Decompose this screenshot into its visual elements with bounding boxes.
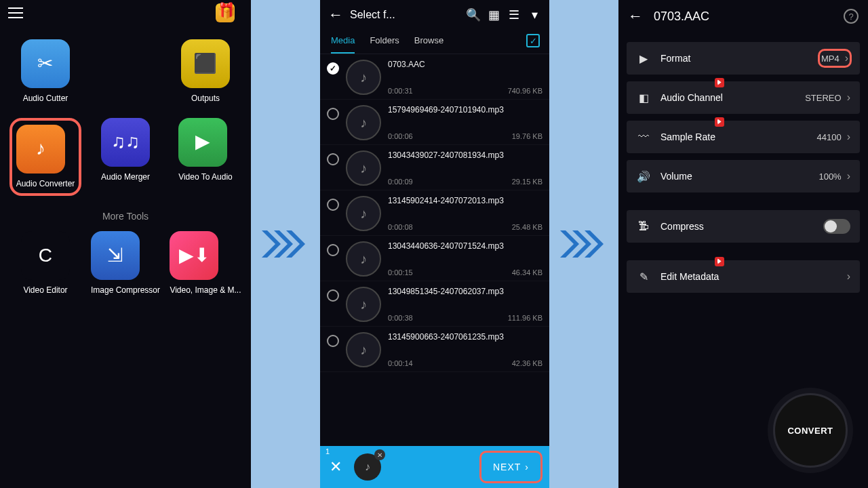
metadata-row[interactable]: ✎ Edit Metadata › xyxy=(627,260,860,293)
radio-icon[interactable] xyxy=(327,153,339,165)
file-size: 111.96 KB xyxy=(508,314,542,322)
file-header-title: Select f... xyxy=(350,9,460,21)
next-label: NEXT xyxy=(493,462,521,472)
grid-view-icon[interactable]: ▦ xyxy=(487,8,500,22)
radio-icon[interactable] xyxy=(327,199,339,211)
app-tile[interactable]: ▶ Video To Audio xyxy=(165,111,245,203)
app-tile[interactable]: ▶⬇ Video, Image & M... xyxy=(165,224,245,303)
file-row[interactable]: ♪ 15794969469-2407101940.mp3 0:00:0619.7… xyxy=(320,100,549,145)
select-all-icon[interactable]: ✓ xyxy=(526,34,540,47)
file-name: 15794969469-2407101940.mp3 xyxy=(388,105,542,115)
file-row[interactable]: ♪ 13049851345-2407062037.mp3 0:00:38111.… xyxy=(320,281,549,327)
audio-thumb-icon: ♪ xyxy=(346,332,381,367)
remove-icon[interactable]: ✕ xyxy=(374,449,385,460)
selection-count: 1 xyxy=(326,447,330,455)
setting-row[interactable]: 〰 Sample Rate 44100› xyxy=(627,121,860,153)
search-icon[interactable]: 🔍 xyxy=(467,8,480,22)
file-row[interactable]: ♪ 13145902414-2407072013.mp3 0:00:0825.4… xyxy=(320,190,549,236)
app-icon: C xyxy=(21,231,70,280)
file-select-panel: ← Select f... 🔍 ▦ ☰ ▾ MediaFoldersBrowse… xyxy=(320,0,549,488)
file-info: 13145902414-2407072013.mp3 0:00:0825.48 … xyxy=(388,196,542,231)
next-button[interactable]: NEXT › xyxy=(484,455,538,479)
file-name: 13145902414-2407072013.mp3 xyxy=(388,196,542,205)
app-tile[interactable]: C Video Editor xyxy=(5,224,85,303)
app-icon: ▶ xyxy=(178,118,227,167)
chevron-right-icon: › xyxy=(847,270,850,283)
setting-label: Compress xyxy=(660,221,808,232)
app-label: Image Compressor xyxy=(91,285,160,296)
arrow-icon xyxy=(262,227,309,261)
setting-row[interactable]: ▶ Format MP4› xyxy=(627,42,860,75)
radio-icon[interactable] xyxy=(327,62,339,75)
setting-value: MP4 xyxy=(821,54,840,64)
file-size: 29.15 KB xyxy=(512,178,542,186)
chevron-right-icon: › xyxy=(845,52,848,64)
close-icon[interactable]: ✕ xyxy=(330,458,342,476)
file-info: 13145900663-2407061235.mp3 0:00:1442.36 … xyxy=(388,332,542,367)
audio-thumb-icon: ♪ xyxy=(346,241,381,277)
app-icon: ⇲ xyxy=(91,231,140,280)
new-badge-icon xyxy=(715,117,724,127)
radio-icon[interactable] xyxy=(327,289,339,302)
compress-row[interactable]: 🗜 Compress xyxy=(627,210,860,243)
file-duration: 0:00:38 xyxy=(388,314,413,322)
file-info: 15794969469-2407101940.mp3 0:00:0619.76 … xyxy=(388,105,542,140)
setting-label: Edit Metadata xyxy=(660,271,832,282)
home-panel: ✂ Audio Cutter ⬛ Outputs ♪ Audio Convert… xyxy=(0,0,251,488)
file-info: 13049851345-2407062037.mp3 0:00:38111.96… xyxy=(388,287,542,322)
file-duration: 0:00:06 xyxy=(388,132,413,140)
setting-label: Audio Channel xyxy=(660,92,795,103)
app-tile[interactable]: ⇲ Image Compressor xyxy=(85,224,165,303)
file-info: 0703.AAC 0:00:31740.96 KB xyxy=(388,60,542,95)
selection-footer: 1 ✕ ♪✕ NEXT › xyxy=(320,446,549,488)
tab-media[interactable]: Media xyxy=(331,35,355,54)
back-icon[interactable]: ← xyxy=(628,7,643,25)
audio-thumb-icon: ♪ xyxy=(346,105,381,140)
file-name: 13043440636-2407071524.mp3 xyxy=(388,241,542,251)
tab-browse[interactable]: Browse xyxy=(414,35,443,54)
app-tile[interactable]: ✂ Audio Cutter xyxy=(5,33,85,111)
arrow-icon xyxy=(560,227,608,261)
setting-row[interactable]: ◧ Audio Channel STEREO› xyxy=(627,81,860,114)
file-row[interactable]: ♪ 13043439027-2407081934.mp3 0:00:0929.1… xyxy=(320,145,549,190)
app-icon: ⬛ xyxy=(181,39,230,88)
radio-icon[interactable] xyxy=(327,244,339,256)
compress-toggle[interactable] xyxy=(823,219,850,234)
app-tile[interactable]: ⬛ Outputs xyxy=(165,33,245,111)
menu-icon[interactable] xyxy=(8,7,23,18)
app-label: Video, Image & M... xyxy=(170,285,241,296)
convert-label: CONVERT xyxy=(787,426,833,436)
convert-settings-panel: ← 0703.AAC ? ▶ Format MP4› ◧ Audio Chann… xyxy=(618,0,868,488)
file-info: 13043439027-2407081934.mp3 0:00:0929.15 … xyxy=(388,150,542,186)
settings-title: 0703.AAC xyxy=(654,9,833,24)
radio-icon[interactable] xyxy=(327,108,339,120)
app-icon: ♫♫ xyxy=(101,118,150,167)
convert-button[interactable]: CONVERT xyxy=(773,393,848,468)
setting-icon: 〰 xyxy=(636,129,651,144)
setting-row[interactable]: 🔊 Volume 100%› xyxy=(627,160,860,192)
app-tile[interactable]: ♫♫ Audio Merger xyxy=(85,111,165,203)
radio-icon[interactable] xyxy=(327,335,339,347)
sort-icon[interactable]: ☰ xyxy=(507,8,521,22)
setting-icon: ◧ xyxy=(636,90,651,105)
file-row[interactable]: ♪ 13043440636-2407071524.mp3 0:00:1546.3… xyxy=(320,236,549,281)
setting-label: Volume xyxy=(660,171,809,182)
app-tile[interactable]: ♪ Audio Converter xyxy=(5,111,85,203)
format-highlight: MP4› xyxy=(818,49,852,68)
file-row[interactable]: ♪ 13145900663-2407061235.mp3 0:00:1442.3… xyxy=(320,327,549,372)
help-icon[interactable]: ? xyxy=(844,9,859,24)
file-duration: 0:00:09 xyxy=(388,178,413,186)
file-row[interactable]: ♪ 0703.AAC 0:00:31740.96 KB xyxy=(320,54,549,100)
gift-icon[interactable] xyxy=(216,3,235,22)
back-icon[interactable]: ← xyxy=(328,6,343,24)
file-size: 46.34 KB xyxy=(512,268,542,277)
app-label: Video Editor xyxy=(21,285,70,296)
selected-thumb[interactable]: ♪✕ xyxy=(354,453,381,481)
file-duration: 0:00:31 xyxy=(388,87,413,95)
setting-value: 44100 xyxy=(817,132,842,142)
setting-value: 100% xyxy=(818,171,841,182)
tab-folders[interactable]: Folders xyxy=(370,35,399,54)
dropdown-icon[interactable]: ▾ xyxy=(528,8,541,22)
file-size: 740.96 KB xyxy=(508,87,542,95)
file-size: 25.48 KB xyxy=(512,223,542,231)
